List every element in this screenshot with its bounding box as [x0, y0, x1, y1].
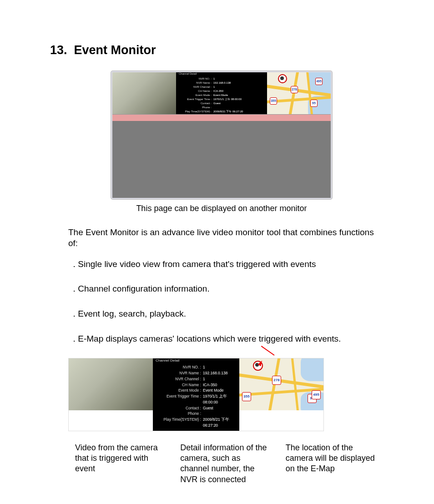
- bullet-item: E-Map displays cameras' locations which …: [73, 333, 375, 345]
- detail-value: 2009/8/21 下午 06:27:20: [203, 417, 237, 428]
- detail-value: Event Mode: [213, 93, 228, 97]
- detail-value: 1: [203, 364, 205, 370]
- detail-label: Play Time(SYSTEM) :: [179, 110, 213, 114]
- highway-shield-icon: 355: [270, 97, 277, 105]
- page-heading: 13. Event Monitor: [50, 43, 393, 57]
- detail-value: 1: [203, 376, 205, 382]
- highway-shield-icon: 278: [272, 376, 281, 385]
- detail-label: Play Time(SYSTEM) :: [156, 417, 203, 428]
- detail-label: Event Trigger Time :: [179, 97, 213, 101]
- screenshot-caption: This page can be displayed on another mo…: [50, 204, 393, 213]
- caption-left: Video from the camera that is triggered …: [75, 443, 164, 485]
- caption-right: The location of the camera will be displ…: [286, 443, 375, 485]
- channel-detail-legend: Channel Detail: [156, 358, 179, 363]
- detail-value: Guest: [203, 405, 213, 411]
- detail-value: 192.168.0.138: [213, 81, 231, 85]
- event-log-area: [112, 121, 331, 198]
- highway-shield-icon: 95: [310, 100, 318, 107]
- detail-label: CH Name :: [156, 382, 203, 388]
- camera-pin-icon: [278, 74, 287, 83]
- bullet-item: Single live video view from camera that'…: [73, 259, 375, 270]
- emap-pane: 355 278 95 495: [239, 358, 323, 410]
- detail-label: NVR Name :: [156, 370, 203, 376]
- event-monitor-screenshot-full: ⌂ Channel Detail NVR NO. :1 NVR Name :19…: [111, 71, 332, 199]
- detail-value: 192.168.0.138: [203, 370, 227, 376]
- event-monitor-screenshot-row: Channel Detail NVR NO. :1 NVR Name :192.…: [68, 358, 324, 431]
- bullet-item: Channel configuration information.: [73, 283, 375, 295]
- caption-middle: Detail information of the camera, such a…: [180, 443, 269, 485]
- detail-label: CH Name :: [179, 89, 213, 93]
- detail-label: Phone :: [179, 106, 213, 110]
- detail-label: NVR NO. :: [156, 364, 203, 370]
- intro-paragraph: The Event Monitor is an advance live vid…: [68, 227, 375, 249]
- video-preview-pane: [112, 72, 176, 114]
- detail-value: ICA-350: [213, 89, 223, 93]
- highway-shield-icon: 355: [242, 392, 251, 401]
- detail-label: NVR Channel :: [179, 85, 213, 89]
- detail-label: NVR Channel :: [156, 376, 203, 382]
- red-arrow-icon: [261, 346, 275, 356]
- detail-value: 1970/1/1 上午 08:00:00: [213, 97, 242, 101]
- detail-value: 1: [213, 77, 215, 81]
- channel-detail-panel: Channel Detail NVR NO. :1 NVR Name :192.…: [176, 72, 267, 114]
- detail-label: NVR NO. :: [179, 77, 213, 81]
- channel-detail-panel: Channel Detail NVR NO. :1 NVR Name :192.…: [153, 358, 239, 430]
- bullet-item: Event log, search, playback.: [73, 308, 375, 320]
- highway-shield-icon: 278: [291, 86, 298, 93]
- detail-value: ICA-350: [203, 382, 217, 388]
- detail-label: Event Mode :: [156, 388, 203, 393]
- detail-value: Guest: [213, 101, 221, 106]
- detail-value: 1: [213, 85, 215, 89]
- detail-value: Event Mode: [203, 388, 223, 393]
- timeline-bar: [112, 114, 331, 121]
- detail-label: Contact :: [156, 405, 203, 411]
- detail-label: NVR Name :: [179, 81, 213, 85]
- detail-value: 2009/8/21 下午 06:27:20: [213, 110, 243, 114]
- detail-label: Event Mode :: [179, 93, 213, 97]
- detail-label: Event Trigger Time :: [156, 393, 203, 405]
- video-preview-pane: [69, 358, 153, 410]
- highway-shield-icon: 495: [315, 78, 323, 85]
- detail-label: Phone :: [156, 411, 203, 417]
- highway-shield-icon: 495: [312, 390, 321, 399]
- detail-label: Contact :: [179, 101, 213, 106]
- detail-value: 1970/1/1 上午 08:00:00: [203, 393, 237, 405]
- channel-detail-legend: Channel Detail: [179, 72, 197, 76]
- emap-pane: 355 278 95 495: [267, 72, 331, 114]
